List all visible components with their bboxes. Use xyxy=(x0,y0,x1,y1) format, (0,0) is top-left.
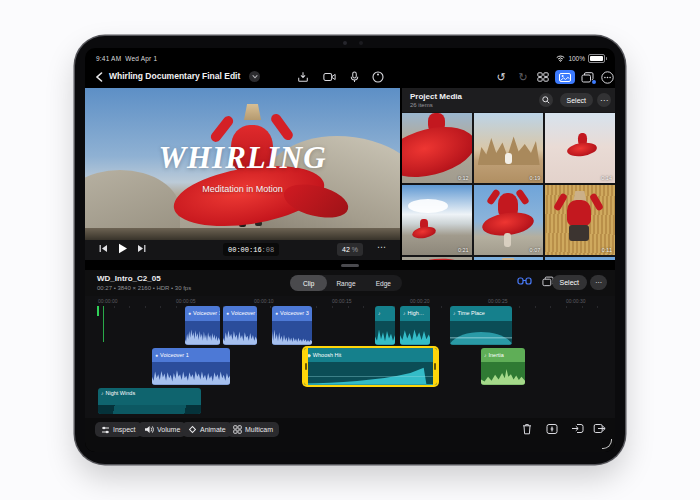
media-panel-title: Project Media xyxy=(410,92,462,101)
ruler-label: 00:00:05 xyxy=(176,298,195,304)
timeline-more-button[interactable]: ⋯ xyxy=(590,275,607,290)
import-media-button[interactable] xyxy=(295,69,311,85)
overwrite-clip-button[interactable] xyxy=(593,423,606,434)
date: Wed Apr 1 xyxy=(125,55,157,62)
camera-button[interactable] xyxy=(321,69,337,85)
media-thumb[interactable]: 0:21 xyxy=(402,185,472,255)
skip-forward-icon[interactable] xyxy=(137,244,146,253)
ruler-label: 00:00:30 xyxy=(566,298,585,304)
panel-divider xyxy=(85,260,615,270)
note-mini-icon: ♪ xyxy=(101,390,104,396)
microphone-button[interactable] xyxy=(346,69,362,85)
mic-mini-icon: ● xyxy=(155,352,158,358)
battery-percent: 100% xyxy=(568,55,585,62)
connect-clips-button[interactable] xyxy=(517,276,532,286)
ruler-label: 00:00:10 xyxy=(254,298,273,304)
blade-button[interactable] xyxy=(546,423,558,435)
skip-back-icon[interactable] xyxy=(99,244,108,253)
clip-time-place[interactable]: ♪Time Place xyxy=(450,306,512,345)
front-sensor-dot xyxy=(359,41,363,45)
back-button[interactable] xyxy=(91,69,107,85)
overlay-picture-button[interactable] xyxy=(579,69,595,85)
clip-sfx-small[interactable]: ♪ xyxy=(375,306,395,345)
clip-whoosh-hit-selected[interactable]: ◆Whoosh Hit xyxy=(304,348,437,385)
mic-mini-icon: ● xyxy=(188,310,191,316)
undo-button[interactable]: ↺ xyxy=(493,69,509,85)
trim-handle-left[interactable] xyxy=(304,348,308,385)
media-thumb[interactable]: 0:19 xyxy=(474,113,544,183)
screen: 9:41 AM Wed Apr 1 100% Whirling Document… xyxy=(85,48,615,452)
media-thumb[interactable]: 0:07 xyxy=(474,185,544,255)
media-thumb[interactable]: 0:11 xyxy=(545,185,615,255)
timecode-display[interactable]: 00:00:16:08 xyxy=(223,243,279,256)
inspect-button[interactable]: Inspect xyxy=(95,422,142,437)
status-bar: 9:41 AM Wed Apr 1 100% xyxy=(85,48,615,68)
document-menu-chevron-icon[interactable] xyxy=(249,71,260,82)
insert-clip-button[interactable] xyxy=(571,423,584,434)
battery-icon xyxy=(588,54,605,63)
timeline-header: WD_Intro_C2_05 00:27 • 3840 × 2160 • HDR… xyxy=(85,270,615,296)
mic-mini-icon: ● xyxy=(275,310,278,316)
trim-handle-right[interactable] xyxy=(433,348,437,385)
animate-button[interactable]: Animate xyxy=(182,422,232,437)
ground xyxy=(85,228,400,240)
press-image-canvas: 9:41 AM Wed Apr 1 100% Whirling Document… xyxy=(0,0,700,500)
clip-night-winds[interactable]: ♪Night Winds xyxy=(98,388,201,414)
play-button[interactable] xyxy=(118,243,128,254)
divider-drag-handle[interactable] xyxy=(341,264,359,267)
zoom-level-button[interactable]: 42% xyxy=(337,243,363,256)
dancer-hat xyxy=(244,104,261,120)
media-panel-header: Project Media 26 items Select ⋯ xyxy=(402,88,615,112)
subtitle-overlay: Meditation in Motion xyxy=(85,184,400,194)
timeline-select-button[interactable]: Select xyxy=(552,275,587,290)
clip-inertia[interactable]: ♪Inertia xyxy=(481,348,525,385)
clip-voiceover-main[interactable]: ●Voiceover 1 xyxy=(152,348,230,385)
multicam-button[interactable]: Multicam xyxy=(227,422,279,437)
edit-mode-segmented-control: Clip Range Edge xyxy=(290,275,402,291)
clock: 9:41 AM xyxy=(96,55,121,62)
viewer-canvas[interactable]: WHIRLING Meditation in Motion xyxy=(85,88,400,240)
volume-button[interactable]: Volume xyxy=(138,422,186,437)
notification-dot xyxy=(592,80,596,84)
mode-clip[interactable]: Clip xyxy=(290,275,327,291)
ruler-label: 00:00:00 xyxy=(98,298,117,304)
front-camera-dot xyxy=(343,41,347,45)
search-button[interactable] xyxy=(539,93,553,107)
wifi-icon xyxy=(556,55,565,62)
redo-button[interactable]: ↻ xyxy=(515,69,531,85)
project-media-panel: Project Media 26 items Select ⋯ 0:12 0:1… xyxy=(402,88,615,260)
clip-voiceover-2[interactable]: ●Voiceover 2 xyxy=(223,306,257,345)
bottom-toolbar: Inspect Volume Animate Multicam xyxy=(85,418,615,452)
clip-voiceover-1[interactable]: ●Voiceover 1 xyxy=(185,306,220,345)
more-button[interactable] xyxy=(599,69,615,85)
note-mini-icon: ♪ xyxy=(484,352,487,358)
viewer-controls: 00:00:16:08 42% ⋯ xyxy=(85,240,400,260)
record-voiceover-button[interactable] xyxy=(370,69,386,85)
mode-range[interactable]: Range xyxy=(327,275,364,291)
document-title: Whirling Documentary Final Edit xyxy=(109,71,240,81)
clip-high[interactable]: ♪High… xyxy=(400,306,430,345)
timeline[interactable]: 00:00:00 00:00:05 00:00:10 00:00:15 00:0… xyxy=(85,296,615,418)
clip-voiceover-3[interactable]: ●Voiceover 3 xyxy=(272,306,312,345)
timeline-clip-name: WD_Intro_C2_05 xyxy=(97,274,161,283)
media-browser-button[interactable] xyxy=(555,70,575,84)
viewer-more-button[interactable]: ⋯ xyxy=(377,242,386,252)
delete-button[interactable] xyxy=(522,423,532,435)
ruler-label: 00:00:15 xyxy=(332,298,351,304)
multicam-view-button[interactable] xyxy=(535,69,551,85)
media-item-count: 26 items xyxy=(410,102,433,108)
title-bar: Whirling Documentary Final Edit ↺ ↻ xyxy=(85,66,615,88)
media-select-button[interactable]: Select xyxy=(560,93,593,107)
title-overlay: WHIRLING xyxy=(85,140,400,176)
ruler-ticks xyxy=(98,306,603,308)
media-more-button[interactable]: ⋯ xyxy=(597,93,611,107)
range-marker-line xyxy=(103,306,104,342)
mode-edge[interactable]: Edge xyxy=(365,275,402,291)
media-thumb[interactable]: 0:14 xyxy=(545,113,615,183)
dancer-arm xyxy=(269,112,295,142)
timeline-clip-info: 00:27 • 3840 × 2160 • HDR • 30 fps xyxy=(97,285,191,291)
ruler-label: 00:00:20 xyxy=(410,298,429,304)
note-mini-icon: ♪ xyxy=(453,310,456,316)
mic-mini-icon: ● xyxy=(226,310,229,316)
media-thumb[interactable]: 0:12 xyxy=(402,113,472,183)
